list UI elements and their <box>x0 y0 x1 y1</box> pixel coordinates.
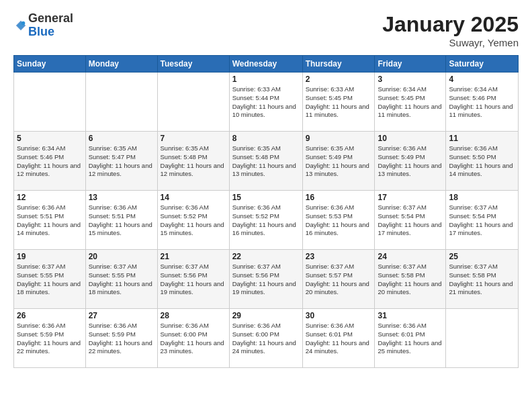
month-title: January 2025 <box>382 12 519 37</box>
week-row-5: 26Sunrise: 6:36 AM Sunset: 5:59 PM Dayli… <box>14 309 519 368</box>
day-cell: 11Sunrise: 6:36 AM Sunset: 5:50 PM Dayli… <box>446 132 519 191</box>
day-number: 13 <box>89 193 154 202</box>
day-number: 27 <box>89 311 154 320</box>
day-cell: 15Sunrise: 6:36 AM Sunset: 5:52 PM Dayli… <box>229 191 302 250</box>
day-number: 3 <box>378 75 443 84</box>
day-info: Sunrise: 6:36 AM Sunset: 5:49 PM Dayligh… <box>378 144 443 179</box>
day-number: 16 <box>306 193 372 202</box>
day-cell <box>14 73 86 132</box>
day-info: Sunrise: 6:36 AM Sunset: 5:52 PM Dayligh… <box>232 203 300 238</box>
day-number: 4 <box>449 75 515 84</box>
day-cell: 12Sunrise: 6:36 AM Sunset: 5:51 PM Dayli… <box>14 191 86 250</box>
logo: General Blue <box>13 12 73 39</box>
day-info: Sunrise: 6:37 AM Sunset: 5:54 PM Dayligh… <box>378 203 443 238</box>
page: General Blue January 2025 Suwayr, Yemen … <box>0 0 532 411</box>
day-cell: 27Sunrise: 6:36 AM Sunset: 5:59 PM Dayli… <box>85 309 157 368</box>
day-number: 10 <box>378 134 443 143</box>
day-info: Sunrise: 6:37 AM Sunset: 5:56 PM Dayligh… <box>161 263 226 297</box>
day-info: Sunrise: 6:33 AM Sunset: 5:45 PM Dayligh… <box>306 85 372 120</box>
day-cell: 20Sunrise: 6:37 AM Sunset: 5:55 PM Dayli… <box>85 250 157 309</box>
day-cell: 1Sunrise: 6:33 AM Sunset: 5:44 PM Daylig… <box>229 73 302 132</box>
day-cell: 3Sunrise: 6:34 AM Sunset: 5:45 PM Daylig… <box>375 73 446 132</box>
weekday-sunday: Sunday <box>14 56 86 73</box>
day-number: 8 <box>232 134 300 143</box>
logo-icon <box>15 19 27 32</box>
day-info: Sunrise: 6:36 AM Sunset: 5:59 PM Dayligh… <box>17 322 83 356</box>
day-cell: 22Sunrise: 6:37 AM Sunset: 5:56 PM Dayli… <box>229 250 302 309</box>
day-number: 26 <box>17 311 83 320</box>
day-info: Sunrise: 6:36 AM Sunset: 5:53 PM Dayligh… <box>306 203 372 238</box>
day-info: Sunrise: 6:37 AM Sunset: 5:58 PM Dayligh… <box>449 263 515 297</box>
day-cell <box>157 73 229 132</box>
day-number: 23 <box>306 252 372 261</box>
location-subtitle: Suwayr, Yemen <box>382 37 519 48</box>
day-number: 1 <box>232 75 300 84</box>
day-cell: 7Sunrise: 6:35 AM Sunset: 5:48 PM Daylig… <box>157 132 229 191</box>
day-info: Sunrise: 6:35 AM Sunset: 5:47 PM Dayligh… <box>89 144 154 179</box>
header: General Blue January 2025 Suwayr, Yemen <box>13 12 519 48</box>
week-row-2: 5Sunrise: 6:34 AM Sunset: 5:46 PM Daylig… <box>14 132 519 191</box>
day-info: Sunrise: 6:34 AM Sunset: 5:46 PM Dayligh… <box>17 144 83 179</box>
day-cell: 28Sunrise: 6:36 AM Sunset: 6:00 PM Dayli… <box>157 309 229 368</box>
day-number: 31 <box>378 311 443 320</box>
day-cell: 10Sunrise: 6:36 AM Sunset: 5:49 PM Dayli… <box>375 132 446 191</box>
day-number: 24 <box>378 252 443 261</box>
day-cell: 25Sunrise: 6:37 AM Sunset: 5:58 PM Dayli… <box>446 250 519 309</box>
day-number: 18 <box>449 193 515 202</box>
weekday-saturday: Saturday <box>446 56 519 73</box>
day-info: Sunrise: 6:36 AM Sunset: 5:51 PM Dayligh… <box>89 203 154 238</box>
day-info: Sunrise: 6:36 AM Sunset: 6:00 PM Dayligh… <box>161 322 226 356</box>
day-number: 12 <box>17 193 83 202</box>
day-cell: 19Sunrise: 6:37 AM Sunset: 5:55 PM Dayli… <box>14 250 86 309</box>
day-cell: 8Sunrise: 6:35 AM Sunset: 5:48 PM Daylig… <box>229 132 302 191</box>
day-number: 11 <box>449 134 515 143</box>
day-info: Sunrise: 6:35 AM Sunset: 5:48 PM Dayligh… <box>232 144 300 179</box>
logo-text: General Blue <box>28 12 73 39</box>
day-cell: 6Sunrise: 6:35 AM Sunset: 5:47 PM Daylig… <box>85 132 157 191</box>
day-info: Sunrise: 6:37 AM Sunset: 5:57 PM Dayligh… <box>306 263 372 297</box>
day-number: 14 <box>161 193 226 202</box>
day-cell <box>446 309 519 368</box>
day-info: Sunrise: 6:37 AM Sunset: 5:55 PM Dayligh… <box>17 263 83 297</box>
day-info: Sunrise: 6:36 AM Sunset: 6:00 PM Dayligh… <box>232 322 300 356</box>
day-cell <box>85 73 157 132</box>
day-info: Sunrise: 6:36 AM Sunset: 6:01 PM Dayligh… <box>306 322 372 356</box>
day-cell: 18Sunrise: 6:37 AM Sunset: 5:54 PM Dayli… <box>446 191 519 250</box>
day-number: 2 <box>306 75 372 84</box>
day-number: 29 <box>232 311 300 320</box>
day-number: 20 <box>89 252 154 261</box>
day-number: 6 <box>89 134 154 143</box>
week-row-1: 1Sunrise: 6:33 AM Sunset: 5:44 PM Daylig… <box>14 73 519 132</box>
svg-point-2 <box>21 21 25 24</box>
day-info: Sunrise: 6:35 AM Sunset: 5:48 PM Dayligh… <box>161 144 226 179</box>
day-cell: 17Sunrise: 6:37 AM Sunset: 5:54 PM Dayli… <box>375 191 446 250</box>
logo-blue: Blue <box>28 25 54 38</box>
weekday-friday: Friday <box>375 56 446 73</box>
day-info: Sunrise: 6:37 AM Sunset: 5:56 PM Dayligh… <box>232 263 300 297</box>
day-cell: 16Sunrise: 6:36 AM Sunset: 5:53 PM Dayli… <box>302 191 375 250</box>
day-number: 30 <box>306 311 372 320</box>
day-number: 5 <box>17 134 83 143</box>
day-info: Sunrise: 6:35 AM Sunset: 5:49 PM Dayligh… <box>306 144 372 179</box>
day-number: 21 <box>161 252 226 261</box>
day-info: Sunrise: 6:36 AM Sunset: 6:01 PM Dayligh… <box>378 322 443 356</box>
day-info: Sunrise: 6:36 AM Sunset: 5:51 PM Dayligh… <box>17 203 83 238</box>
day-info: Sunrise: 6:33 AM Sunset: 5:44 PM Dayligh… <box>232 85 300 120</box>
day-cell: 14Sunrise: 6:36 AM Sunset: 5:52 PM Dayli… <box>157 191 229 250</box>
week-row-4: 19Sunrise: 6:37 AM Sunset: 5:55 PM Dayli… <box>14 250 519 309</box>
day-cell: 31Sunrise: 6:36 AM Sunset: 6:01 PM Dayli… <box>375 309 446 368</box>
day-cell: 30Sunrise: 6:36 AM Sunset: 6:01 PM Dayli… <box>302 309 375 368</box>
day-cell: 4Sunrise: 6:34 AM Sunset: 5:46 PM Daylig… <box>446 73 519 132</box>
weekday-wednesday: Wednesday <box>229 56 302 73</box>
day-cell: 21Sunrise: 6:37 AM Sunset: 5:56 PM Dayli… <box>157 250 229 309</box>
day-cell: 29Sunrise: 6:36 AM Sunset: 6:00 PM Dayli… <box>229 309 302 368</box>
day-cell: 26Sunrise: 6:36 AM Sunset: 5:59 PM Dayli… <box>14 309 86 368</box>
calendar: SundayMondayTuesdayWednesdayThursdayFrid… <box>13 55 519 368</box>
weekday-header-row: SundayMondayTuesdayWednesdayThursdayFrid… <box>14 56 519 73</box>
day-info: Sunrise: 6:36 AM Sunset: 5:52 PM Dayligh… <box>161 203 226 238</box>
day-info: Sunrise: 6:34 AM Sunset: 5:45 PM Dayligh… <box>378 85 443 120</box>
day-cell: 2Sunrise: 6:33 AM Sunset: 5:45 PM Daylig… <box>302 73 375 132</box>
day-number: 25 <box>449 252 515 261</box>
logo-general: General <box>28 11 73 25</box>
day-cell: 9Sunrise: 6:35 AM Sunset: 5:49 PM Daylig… <box>302 132 375 191</box>
